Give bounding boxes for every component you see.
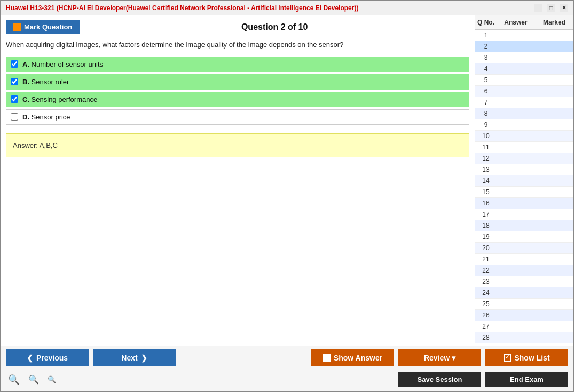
minimize-button[interactable]: — bbox=[534, 4, 542, 12]
q-number: 15 bbox=[475, 187, 497, 197]
q-number: 12 bbox=[475, 153, 497, 164]
question-list-row[interactable]: 15 bbox=[475, 187, 573, 198]
q-marked-cell bbox=[535, 30, 573, 41]
q-number: 22 bbox=[475, 265, 497, 276]
q-number: 19 bbox=[475, 231, 497, 242]
question-list-row[interactable]: 13 bbox=[475, 164, 573, 175]
q-answer-cell bbox=[497, 276, 535, 287]
question-list-row[interactable]: 24 bbox=[475, 287, 573, 299]
zoom-in-button[interactable]: 🔍 bbox=[6, 373, 22, 387]
q-marked-cell bbox=[535, 265, 573, 276]
question-list-row[interactable]: 4 bbox=[475, 63, 573, 75]
question-list-row[interactable]: 23 bbox=[475, 276, 573, 287]
question-list: 1 2 3 4 5 6 7 8 bbox=[475, 30, 573, 346]
q-number: 10 bbox=[475, 131, 497, 141]
q-number: 16 bbox=[475, 198, 497, 209]
q-marked-cell bbox=[535, 131, 573, 141]
option-c-label: C. Sensing performance bbox=[22, 95, 97, 103]
q-marked-cell bbox=[535, 276, 573, 287]
q-marked-cell bbox=[535, 209, 573, 220]
q-number: 11 bbox=[475, 142, 497, 153]
question-list-row[interactable]: 22 bbox=[475, 265, 573, 276]
q-marked-cell bbox=[535, 332, 573, 343]
title-code: H13-321 bbox=[30, 4, 54, 12]
show-answer-button[interactable]: Show Answer bbox=[311, 349, 394, 366]
footer: Previous Next Show Answer Review ▾ Show … bbox=[1, 346, 573, 391]
question-list-row[interactable]: 21 bbox=[475, 254, 573, 265]
q-marked-cell bbox=[535, 108, 573, 119]
mark-question-button[interactable]: Mark Question bbox=[6, 20, 80, 34]
answer-text: Answer: A,B,C bbox=[13, 141, 58, 149]
question-list-row[interactable]: 17 bbox=[475, 209, 573, 220]
q-answer-cell bbox=[497, 52, 535, 63]
question-list-row[interactable]: 14 bbox=[475, 175, 573, 187]
question-text: When acquiring digital images, what fact… bbox=[6, 39, 469, 50]
question-list-row[interactable]: 7 bbox=[475, 97, 573, 108]
option-d[interactable]: D. Sensor price bbox=[6, 109, 469, 125]
close-button[interactable]: ✕ bbox=[560, 4, 568, 12]
col-answer-header: Answer bbox=[497, 18, 535, 27]
show-list-label: Show List bbox=[514, 354, 549, 362]
question-list-row[interactable]: 10 bbox=[475, 131, 573, 142]
q-marked-cell bbox=[535, 75, 573, 85]
option-b-checkbox[interactable] bbox=[11, 78, 18, 85]
q-answer-cell bbox=[497, 30, 535, 41]
q-marked-cell bbox=[535, 119, 573, 130]
question-title: Question 2 of 10 bbox=[80, 22, 469, 32]
show-answer-icon bbox=[323, 354, 331, 362]
q-answer-cell bbox=[497, 220, 535, 231]
question-list-row[interactable]: 26 bbox=[475, 310, 573, 321]
question-list-row[interactable]: 25 bbox=[475, 299, 573, 310]
question-list-row[interactable]: 6 bbox=[475, 86, 573, 97]
end-exam-button[interactable]: End Exam bbox=[485, 372, 568, 387]
question-list-row[interactable]: 16 bbox=[475, 198, 573, 209]
q-number: 21 bbox=[475, 254, 497, 265]
save-session-button[interactable]: Save Session bbox=[398, 372, 481, 387]
maximize-button[interactable]: □ bbox=[547, 4, 555, 12]
q-answer-cell bbox=[497, 86, 535, 97]
q-number: 23 bbox=[475, 276, 497, 287]
review-button[interactable]: Review ▾ bbox=[398, 349, 481, 366]
question-list-row[interactable]: 5 bbox=[475, 75, 573, 86]
option-c-checkbox[interactable] bbox=[11, 95, 18, 103]
previous-button[interactable]: Previous bbox=[6, 349, 89, 366]
q-marked-cell bbox=[535, 41, 573, 52]
left-panel: Mark Question Question 2 of 10 When acqu… bbox=[1, 15, 475, 346]
q-answer-cell bbox=[497, 131, 535, 141]
question-list-row[interactable]: 11 bbox=[475, 142, 573, 153]
q-marked-cell bbox=[535, 299, 573, 309]
question-list-row[interactable]: 8 bbox=[475, 108, 573, 119]
question-list-row[interactable]: 20 bbox=[475, 243, 573, 254]
option-a[interactable]: A. Number of sensor units bbox=[6, 57, 469, 72]
window-controls: — □ ✕ bbox=[534, 4, 568, 12]
next-button[interactable]: Next bbox=[93, 349, 176, 366]
question-list-row[interactable]: 2 bbox=[475, 41, 573, 52]
question-list-row[interactable]: 19 bbox=[475, 231, 573, 243]
col-marked-header: Marked bbox=[535, 18, 573, 27]
q-answer-cell bbox=[497, 254, 535, 265]
option-c[interactable]: C. Sensing performance bbox=[6, 92, 469, 107]
show-list-button[interactable]: Show List bbox=[485, 349, 568, 366]
question-list-row[interactable]: 1 bbox=[475, 30, 573, 41]
option-d-checkbox[interactable] bbox=[11, 113, 18, 121]
question-list-row[interactable]: 9 bbox=[475, 119, 573, 131]
q-marked-cell bbox=[535, 254, 573, 265]
question-list-row[interactable]: 3 bbox=[475, 52, 573, 63]
question-list-row[interactable]: 27 bbox=[475, 321, 573, 332]
q-answer-cell bbox=[497, 63, 535, 74]
option-b[interactable]: B. Sensor ruler bbox=[6, 74, 469, 90]
end-exam-label: End Exam bbox=[510, 375, 544, 383]
q-number: 9 bbox=[475, 119, 497, 130]
question-list-row[interactable]: 28 bbox=[475, 332, 573, 343]
q-number: 8 bbox=[475, 108, 497, 119]
question-list-row[interactable]: 18 bbox=[475, 220, 573, 231]
question-list-row[interactable]: 12 bbox=[475, 153, 573, 164]
col-qno-header: Q No. bbox=[475, 18, 497, 27]
option-a-checkbox[interactable] bbox=[11, 60, 18, 68]
q-marked-cell bbox=[535, 164, 573, 175]
zoom-reset-button[interactable]: 🔍 bbox=[26, 373, 41, 386]
q-answer-cell bbox=[497, 119, 535, 130]
q-marked-cell bbox=[535, 86, 573, 97]
q-answer-cell bbox=[497, 153, 535, 164]
zoom-out-button[interactable]: 🔍 bbox=[45, 374, 58, 385]
